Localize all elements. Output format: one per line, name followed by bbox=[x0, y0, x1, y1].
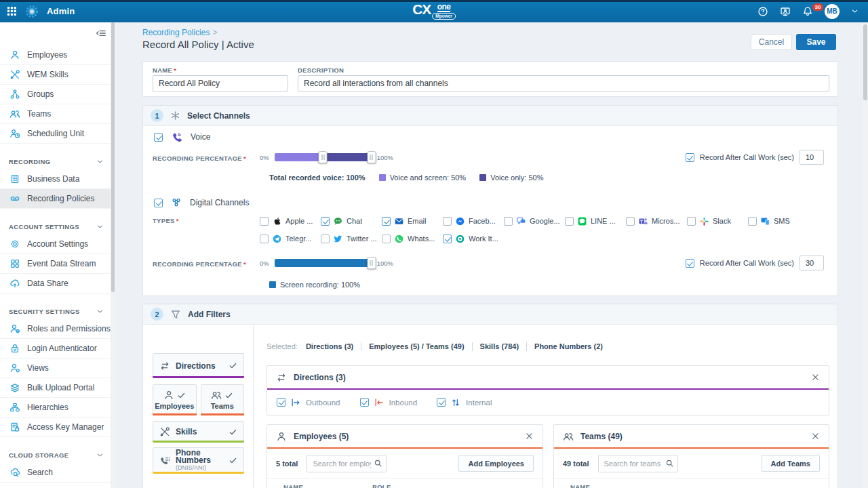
filter-button-skills[interactable]: Skills bbox=[153, 421, 244, 443]
sidebar-item-hierarchies[interactable]: Hierarchies bbox=[0, 398, 111, 418]
sidebar-item-login-authenticator[interactable]: Login Authenticator bbox=[0, 339, 111, 359]
sidebar-section-account-settings[interactable]: ACCOUNT SETTINGS bbox=[0, 209, 111, 235]
sidebar-section-recording[interactable]: RECORDING bbox=[0, 144, 111, 169]
employees-search-input[interactable] bbox=[313, 460, 371, 468]
close-icon[interactable] bbox=[811, 432, 820, 441]
digital-acw-input[interactable] bbox=[800, 256, 824, 270]
sidebar-item-access-key-manager[interactable]: Access Key Manager bbox=[0, 418, 111, 437]
add-employees-button[interactable]: Add Employees bbox=[458, 455, 534, 472]
slider-handle[interactable] bbox=[367, 151, 376, 163]
twitter-checkbox[interactable] bbox=[321, 235, 330, 243]
selected-directions-3[interactable]: Directions (3) bbox=[306, 342, 353, 350]
selected-employees-5-teams-49[interactable]: Employees (5) / Teams (49) bbox=[369, 342, 464, 350]
directions-panel: Directions (3) OutboundInboundInternal bbox=[267, 365, 829, 415]
slider-handle[interactable] bbox=[367, 257, 376, 269]
digital-channels-checkbox[interactable] bbox=[154, 199, 163, 207]
help-icon[interactable] bbox=[757, 6, 768, 17]
name-input[interactable] bbox=[153, 75, 288, 92]
sidebar-item-roles-and-permissions[interactable]: Roles and Permissions bbox=[0, 319, 111, 339]
admin-app-icon[interactable] bbox=[25, 5, 39, 18]
filter-button-teams[interactable]: Teams bbox=[201, 384, 245, 415]
telegram-icon bbox=[272, 234, 282, 244]
description-input[interactable] bbox=[298, 75, 829, 92]
digital-channels-row: Digital Channels bbox=[154, 197, 249, 208]
sidebar-item-teams[interactable]: Teams bbox=[0, 104, 111, 124]
app-launcher-icon[interactable] bbox=[7, 6, 17, 16]
voice-legend-total: Total recorded voice: 100% bbox=[269, 174, 366, 182]
sidebar-item-event-data-stream[interactable]: Event Data Stream bbox=[0, 254, 111, 274]
avatar[interactable]: MB bbox=[825, 4, 840, 19]
sidebar-item-search[interactable]: Search bbox=[0, 463, 111, 483]
app-title: Admin bbox=[47, 6, 75, 16]
work-it-checkbox[interactable] bbox=[443, 235, 452, 243]
sidebar-item-scheduling-unit[interactable]: Scheduling Unit bbox=[0, 124, 111, 144]
cancel-button[interactable]: Cancel bbox=[751, 34, 792, 50]
inbound-checkbox[interactable] bbox=[360, 398, 369, 407]
selected-skills-784[interactable]: Skills (784) bbox=[480, 342, 519, 350]
page-scrollbar[interactable] bbox=[863, 22, 868, 488]
cxone-admin-app: Admin CX one Mpower 30 MB EmployeesWEM S… bbox=[0, 0, 868, 488]
filter-button-employees[interactable]: Employees bbox=[153, 384, 197, 415]
sidebar-item-bulk-upload-portal[interactable]: Bulk Upload Portal bbox=[0, 378, 111, 398]
chat-checkbox[interactable] bbox=[321, 217, 330, 226]
save-button[interactable]: Save bbox=[796, 34, 836, 50]
voice-acw-checkbox[interactable] bbox=[686, 153, 694, 162]
outbound-checkbox[interactable] bbox=[277, 398, 285, 407]
close-icon[interactable] bbox=[811, 373, 820, 382]
sidebar-item-account-settings[interactable]: Account Settings bbox=[0, 235, 111, 254]
digital-acw-checkbox[interactable] bbox=[686, 259, 694, 268]
workitem-icon bbox=[455, 234, 465, 244]
msteams-icon bbox=[638, 216, 648, 226]
digital-recording-percentage-label: RECORDING PERCENTAGE* bbox=[153, 260, 246, 268]
sidebar-collapse-icon[interactable] bbox=[96, 28, 106, 39]
filter-button-phone-numbers[interactable]: Phone Numbers (DNIS/ANI) bbox=[153, 447, 244, 474]
teams-search-input[interactable] bbox=[604, 460, 663, 468]
screen-share-icon[interactable] bbox=[780, 6, 791, 17]
sidebar-section-security-settings[interactable]: SECURITY SETTINGS bbox=[0, 293, 111, 319]
sidebar-item-recording-policies[interactable]: Recording Policies bbox=[0, 189, 111, 209]
channel-type-google: Google... bbox=[504, 216, 565, 226]
filter-button-directions[interactable]: Directions bbox=[153, 353, 244, 378]
employees-search[interactable] bbox=[307, 455, 387, 472]
sidebar-item-wem-skills[interactable]: WEM Skills bbox=[0, 65, 111, 85]
add-teams-button[interactable]: Add Teams bbox=[762, 455, 820, 472]
channel-type-micros: Micros... bbox=[626, 216, 687, 226]
notifications-icon[interactable] bbox=[802, 6, 813, 17]
digital-recording-slider[interactable] bbox=[275, 259, 372, 267]
slider-handle[interactable] bbox=[319, 151, 328, 163]
teams-icon bbox=[563, 431, 574, 442]
sidebar-scrollbar[interactable] bbox=[111, 22, 115, 488]
voice-recording-slider[interactable] bbox=[275, 153, 372, 161]
internal-checkbox[interactable] bbox=[437, 398, 446, 407]
sidebar-item-business-data[interactable]: Business Data bbox=[0, 169, 111, 189]
line-icon bbox=[577, 216, 587, 226]
whats-checkbox[interactable] bbox=[382, 235, 391, 243]
channel-type-sms: SMS bbox=[748, 216, 809, 226]
faceb-checkbox[interactable] bbox=[443, 217, 452, 226]
column-header-name: NAME bbox=[283, 483, 372, 488]
voice-legend: Total recorded voice: 100% Voice and scr… bbox=[269, 174, 543, 182]
sidebar-section-cloud-storage[interactable]: CLOUD STORAGE bbox=[0, 437, 111, 463]
breadcrumb[interactable]: Recording Policies> bbox=[142, 28, 217, 37]
check-icon bbox=[224, 391, 233, 400]
slack-checkbox[interactable] bbox=[687, 217, 696, 226]
micros-checkbox[interactable] bbox=[626, 217, 635, 226]
apple-checkbox[interactable] bbox=[260, 217, 269, 226]
sidebar-item-data-share[interactable]: Data Share bbox=[0, 274, 111, 293]
teams-search[interactable] bbox=[598, 455, 678, 472]
telegr-checkbox[interactable] bbox=[260, 235, 269, 243]
sms-checkbox[interactable] bbox=[748, 217, 757, 226]
voice-checkbox[interactable] bbox=[154, 133, 163, 142]
selected-phone-numbers-2[interactable]: Phone Numbers (2) bbox=[534, 342, 603, 350]
select-channels-header: 1 Select Channels bbox=[143, 106, 837, 126]
add-filters-card: 2 Add Filters Directions Employees Teams bbox=[142, 304, 838, 488]
email-checkbox[interactable] bbox=[382, 217, 391, 226]
line-checkbox[interactable] bbox=[565, 217, 574, 226]
sidebar-item-views[interactable]: Views bbox=[0, 359, 111, 378]
profile-chevron-icon[interactable] bbox=[851, 7, 859, 15]
sidebar-item-groups[interactable]: Groups bbox=[0, 85, 111, 104]
sidebar-item-employees[interactable]: Employees bbox=[0, 45, 111, 65]
close-icon[interactable] bbox=[525, 432, 534, 441]
voice-acw-input[interactable] bbox=[800, 150, 824, 165]
google-checkbox[interactable] bbox=[504, 217, 513, 226]
